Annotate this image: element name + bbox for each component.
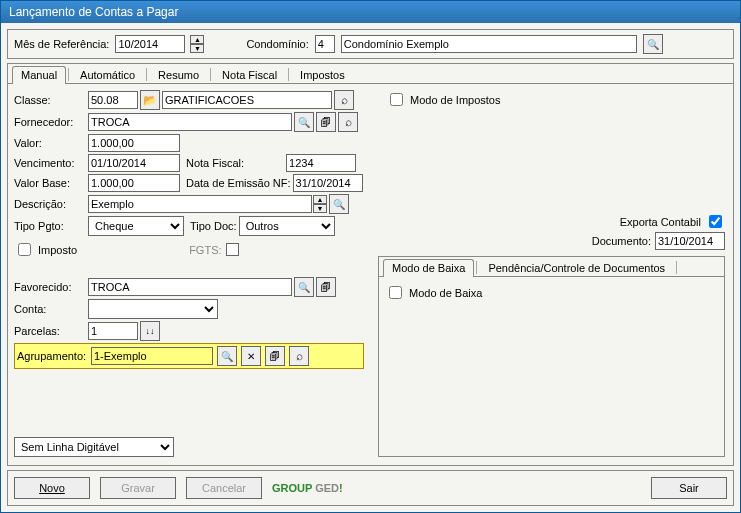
mes-ref-spinner[interactable]: ▲ ▼ [190, 35, 204, 53]
classe-code-input[interactable] [88, 91, 138, 109]
agrupamento-input[interactable] [91, 347, 213, 365]
close-icon [247, 350, 255, 362]
favorecido-find-button[interactable] [294, 277, 314, 297]
emissao-input[interactable] [293, 174, 363, 192]
spin-up-icon[interactable]: ▲ [190, 35, 204, 44]
valor-input[interactable] [88, 134, 180, 152]
imposto-checkbox[interactable] [18, 243, 31, 256]
document-icon [321, 116, 331, 128]
tab-body: Classe: Fornecedor: Valor: [8, 84, 733, 465]
vencimento-input[interactable] [88, 154, 180, 172]
documento-row: Documento: [592, 232, 725, 250]
fornecedor-input[interactable] [88, 113, 292, 131]
tab-manual[interactable]: Manual [12, 66, 66, 84]
bottom-combo-row: Sem Linha Digitável [14, 437, 174, 457]
buttonbar: Novo Gravar Cancelar GROUP GED! Sair [7, 470, 734, 506]
tabstrip: Manual Automático Resumo Nota Fiscal Imp… [8, 64, 733, 84]
mes-ref-input[interactable] [115, 35, 185, 53]
agrupamento-search-button[interactable] [289, 346, 309, 366]
titlebar: Lançamento de Contas a Pagar [1, 1, 740, 23]
tab-automatico[interactable]: Automático [71, 66, 144, 83]
nf-label: Nota Fiscal: [186, 157, 244, 169]
cancelar-button[interactable]: Cancelar [186, 477, 262, 499]
topbar: Mês de Referência: ▲ ▼ Condomínio: [7, 29, 734, 59]
subtab-modo-baixa[interactable]: Modo de Baixa [383, 259, 474, 277]
classe-folder-button[interactable] [140, 90, 160, 110]
main-tabs: Manual Automático Resumo Nota Fiscal Imp… [7, 63, 734, 466]
modo-impostos-row: Modo de Impostos [386, 90, 501, 109]
linha-digitavel-select[interactable]: Sem Linha Digitável [14, 437, 174, 457]
descricao-input[interactable] [88, 195, 312, 213]
tab-impostos[interactable]: Impostos [291, 66, 354, 83]
emissao-label: Data de Emissão NF: [186, 177, 291, 189]
app-window: Lançamento de Contas a Pagar Mês de Refe… [0, 0, 741, 513]
modo-baixa-checkbox[interactable] [389, 286, 402, 299]
binoculars-icon [221, 350, 233, 362]
exporta-contabil-row: Exporta Contabil [620, 212, 725, 231]
tipo-doc-select[interactable]: Outros [239, 216, 335, 236]
folder-icon [143, 94, 157, 107]
classe-search-button[interactable] [334, 90, 354, 110]
exporta-contabil-label: Exporta Contabil [620, 216, 701, 228]
gravar-button[interactable]: Gravar [100, 477, 176, 499]
subpanel: Modo de Baixa Pendência/Controle de Docu… [378, 256, 725, 457]
nf-input[interactable] [286, 154, 356, 172]
favorecido-label: Favorecido: [14, 281, 84, 293]
agrupamento-find-button[interactable] [217, 346, 237, 366]
classe-desc-input[interactable] [162, 91, 332, 109]
modo-impostos-checkbox[interactable] [390, 93, 403, 106]
tipo-pgto-select[interactable]: Cheque [88, 216, 184, 236]
valor-base-label: Valor Base: [14, 177, 84, 189]
tab-resumo[interactable]: Resumo [149, 66, 208, 83]
exporta-contabil-checkbox[interactable] [709, 215, 722, 228]
favorecido-input[interactable] [88, 278, 292, 296]
tipo-doc-label: Tipo Doc: [190, 220, 237, 232]
fgts-input[interactable] [226, 243, 239, 256]
subpanel-tabstrip: Modo de Baixa Pendência/Controle de Docu… [379, 257, 724, 277]
fornecedor-doc-button[interactable] [316, 112, 336, 132]
fornecedor-label: Fornecedor: [14, 116, 84, 128]
spin-up-icon[interactable]: ▲ [313, 195, 327, 204]
fornecedor-search-button[interactable] [338, 112, 358, 132]
documento-label: Documento: [592, 235, 651, 247]
tipo-pgto-label: Tipo Pgto: [14, 220, 84, 232]
documento-input[interactable] [655, 232, 725, 250]
parcelas-input[interactable] [88, 322, 138, 340]
mes-ref-label: Mês de Referência: [14, 38, 109, 50]
favorecido-doc-button[interactable] [316, 277, 336, 297]
spin-down-icon[interactable]: ▼ [313, 204, 327, 213]
search-icon [345, 115, 352, 129]
sair-button[interactable]: Sair [651, 477, 727, 499]
valor-label: Valor: [14, 137, 84, 149]
document-icon [321, 281, 331, 293]
conta-select[interactable] [88, 299, 218, 319]
condominio-name-input[interactable] [341, 35, 637, 53]
agrupamento-doc-button[interactable] [265, 346, 285, 366]
search-icon [296, 349, 303, 363]
window-title: Lançamento de Contas a Pagar [9, 5, 178, 19]
imposto-label: Imposto [38, 244, 77, 256]
fgts-label: FGTS: [189, 244, 221, 256]
descricao-label: Descrição: [14, 198, 84, 210]
condominio-label: Condomínio: [246, 38, 308, 50]
descricao-find-button[interactable] [329, 194, 349, 214]
condominio-code-input[interactable] [315, 35, 335, 53]
novo-button[interactable]: Novo [14, 477, 90, 499]
modo-baixa-label: Modo de Baixa [409, 287, 482, 299]
subtab-pendencia[interactable]: Pendência/Controle de Documentos [479, 259, 674, 276]
form-grid: Classe: Fornecedor: Valor: [14, 90, 364, 341]
condominio-search-button[interactable] [643, 34, 663, 54]
descricao-spinner[interactable]: ▲▼ [313, 195, 327, 213]
spin-down-icon[interactable]: ▼ [190, 44, 204, 53]
subpanel-body: Modo de Baixa [379, 277, 724, 308]
client-area: Mês de Referência: ▲ ▼ Condomínio: Manua… [1, 23, 740, 512]
valor-base-input[interactable] [88, 174, 180, 192]
parcelas-expand-button[interactable] [140, 321, 160, 341]
tab-nota-fiscal[interactable]: Nota Fiscal [213, 66, 286, 83]
fornecedor-find-button[interactable] [294, 112, 314, 132]
modo-impostos-label: Modo de Impostos [410, 94, 501, 106]
agrupamento-clear-button[interactable] [241, 346, 261, 366]
group-ged-button[interactable]: GROUP GED! [272, 482, 343, 494]
binoculars-icon [298, 116, 310, 128]
binoculars-icon [333, 198, 345, 210]
